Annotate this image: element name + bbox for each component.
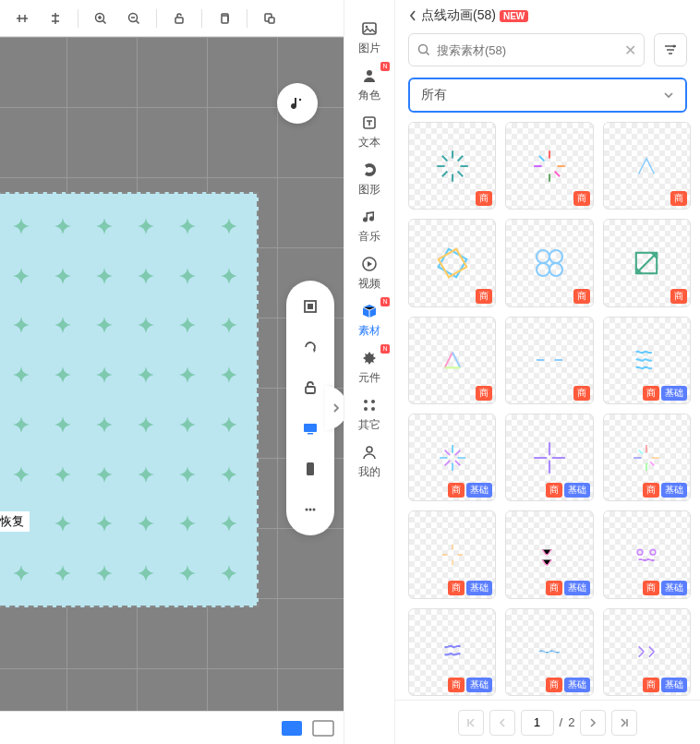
asset-item[interactable]: 商 bbox=[505, 219, 593, 306]
selected-canvas-object[interactable]: 恢复 bbox=[0, 192, 259, 607]
music-toggle-button[interactable] bbox=[277, 83, 318, 124]
rotate-button[interactable] bbox=[294, 330, 327, 364]
view-mode-filled-icon[interactable] bbox=[281, 720, 303, 737]
category-shape[interactable]: 图形 bbox=[347, 154, 392, 199]
desktop-view-button[interactable] bbox=[294, 412, 327, 445]
svg-point-13 bbox=[306, 509, 308, 511]
copy-button[interactable] bbox=[210, 4, 239, 33]
badge-commercial: 商 bbox=[643, 678, 659, 692]
svg-rect-8 bbox=[308, 304, 313, 309]
asset-thumbnail bbox=[621, 626, 672, 678]
asset-item[interactable]: 商基础 bbox=[505, 414, 593, 501]
lock-button[interactable] bbox=[294, 371, 327, 404]
asset-item[interactable]: 商基础 bbox=[505, 608, 593, 696]
other-icon bbox=[359, 395, 380, 415]
category-label: 素材 bbox=[358, 323, 380, 339]
search-row: ✕ bbox=[395, 28, 700, 72]
page-last-button[interactable] bbox=[611, 710, 637, 736]
clear-search-button[interactable]: ✕ bbox=[624, 42, 636, 59]
fullscreen-button[interactable] bbox=[294, 290, 327, 323]
unlock-button[interactable] bbox=[164, 4, 194, 33]
mobile-view-button[interactable] bbox=[294, 452, 327, 486]
category-music[interactable]: 音乐 bbox=[347, 201, 392, 246]
category-image[interactable]: 图片 bbox=[347, 13, 392, 58]
zoom-in-button[interactable] bbox=[86, 4, 115, 33]
search-input[interactable] bbox=[437, 43, 619, 57]
svg-point-37 bbox=[638, 549, 644, 555]
view-mode-outline-icon[interactable] bbox=[312, 720, 334, 737]
asset-item[interactable]: 商基础 bbox=[603, 510, 691, 598]
asset-item[interactable]: 商基础 bbox=[603, 414, 691, 501]
category-component[interactable]: N 元件 bbox=[347, 342, 392, 388]
asset-item[interactable]: 商 bbox=[505, 122, 593, 210]
svg-point-28 bbox=[419, 45, 428, 54]
svg-rect-12 bbox=[307, 462, 314, 475]
paste-button[interactable] bbox=[255, 4, 284, 33]
more-button[interactable] bbox=[294, 493, 327, 526]
page-prev-button[interactable] bbox=[489, 710, 515, 736]
category-video[interactable]: 视频 bbox=[347, 248, 392, 294]
search-box[interactable]: ✕ bbox=[408, 33, 645, 66]
asset-thumbnail bbox=[524, 529, 575, 581]
zoom-out-button[interactable] bbox=[119, 4, 149, 33]
canvas-viewport[interactable]: 恢复 bbox=[0, 37, 344, 744]
badge-basic: 基础 bbox=[466, 483, 492, 498]
category-select[interactable]: 所有 bbox=[408, 78, 687, 113]
asset-thumbnail bbox=[621, 334, 672, 386]
category-character[interactable]: N 角色 bbox=[347, 60, 392, 105]
category-other[interactable]: 其它 bbox=[347, 390, 392, 435]
asset-item[interactable]: 商基础 bbox=[603, 608, 691, 696]
asset-item[interactable]: 商基础 bbox=[408, 608, 496, 696]
badge-basic: 基础 bbox=[661, 386, 687, 401]
asset-item[interactable]: 商 bbox=[408, 122, 496, 210]
page-input[interactable] bbox=[521, 710, 554, 736]
svg-point-38 bbox=[651, 549, 657, 555]
new-dot: N bbox=[380, 344, 390, 354]
category-material[interactable]: N 素材 bbox=[347, 295, 392, 341]
page-first-button[interactable] bbox=[458, 710, 484, 736]
asset-badges: 商基础 bbox=[546, 581, 590, 595]
select-value: 所有 bbox=[421, 87, 447, 103]
asset-thumbnail bbox=[427, 334, 478, 386]
badge-commercial: 商 bbox=[448, 678, 465, 692]
asset-thumbnail bbox=[524, 237, 575, 289]
badge-basic: 基础 bbox=[661, 581, 687, 595]
badge-commercial: 商 bbox=[643, 483, 659, 498]
back-button[interactable] bbox=[408, 9, 417, 22]
toolbar-collapse-handle[interactable] bbox=[325, 386, 344, 430]
asset-badges: 商基础 bbox=[643, 483, 687, 498]
canvas-area: 恢复 bbox=[0, 0, 344, 744]
asset-item[interactable]: 商基础 bbox=[603, 317, 691, 404]
asset-item[interactable]: 商基础 bbox=[408, 414, 496, 501]
badge-basic: 基础 bbox=[466, 581, 492, 595]
asset-badges: 商 bbox=[476, 289, 492, 304]
badge-basic: 基础 bbox=[564, 483, 590, 498]
svg-rect-16 bbox=[282, 721, 302, 736]
mine-icon bbox=[359, 442, 380, 462]
asset-item[interactable]: 商 bbox=[505, 317, 593, 404]
top-toolbar bbox=[0, 0, 344, 37]
asset-item[interactable]: 商 bbox=[603, 122, 691, 210]
svg-point-32 bbox=[537, 250, 549, 263]
asset-item[interactable]: 商 bbox=[603, 219, 691, 306]
asset-thumbnail bbox=[427, 237, 478, 289]
category-label: 角色 bbox=[358, 88, 380, 103]
align-vertical-button[interactable] bbox=[41, 4, 70, 33]
page-next-button[interactable] bbox=[580, 710, 606, 736]
category-text[interactable]: 文本 bbox=[347, 107, 392, 152]
svg-point-26 bbox=[371, 407, 375, 411]
category-mine[interactable]: 我的 bbox=[347, 437, 392, 482]
asset-item[interactable]: 商基础 bbox=[505, 510, 593, 598]
category-label: 我的 bbox=[358, 464, 380, 480]
asset-item[interactable]: 商基础 bbox=[408, 510, 496, 598]
asset-thumbnail bbox=[524, 140, 575, 192]
filter-button[interactable] bbox=[654, 33, 687, 66]
asset-scroll[interactable]: 商 商 商 商 商 商 商 商 商基础 bbox=[395, 122, 700, 700]
align-horizontal-button[interactable] bbox=[7, 4, 37, 33]
asset-item[interactable]: 商 bbox=[408, 219, 496, 306]
svg-point-14 bbox=[309, 509, 312, 511]
asset-item[interactable]: 商 bbox=[408, 317, 496, 404]
separator bbox=[156, 9, 157, 28]
svg-point-33 bbox=[549, 250, 562, 263]
new-dot: N bbox=[380, 62, 390, 71]
